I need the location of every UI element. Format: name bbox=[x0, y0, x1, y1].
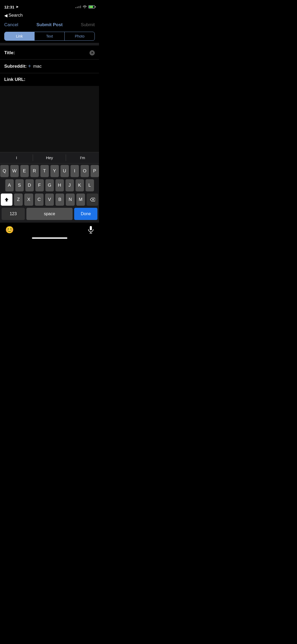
numbers-key[interactable]: 123 bbox=[2, 208, 25, 220]
delete-key[interactable] bbox=[87, 194, 98, 206]
title-row: Title: ✕ bbox=[0, 47, 99, 59]
wifi-icon bbox=[83, 5, 87, 8]
time-display: 12:31 bbox=[4, 5, 14, 9]
dark-spacer bbox=[0, 43, 99, 45]
key-r[interactable]: R bbox=[30, 165, 39, 177]
plus-icon: + bbox=[28, 63, 31, 69]
autocomplete-bar: I Hey I'm bbox=[0, 152, 99, 163]
svg-rect-2 bbox=[90, 226, 92, 230]
battery-icon: ⚡ bbox=[88, 5, 95, 8]
keyboard: Q W E R T Y U I O P A S D F G H J K L Z … bbox=[0, 163, 99, 223]
subreddit-value: mac bbox=[33, 64, 42, 69]
key-h[interactable]: H bbox=[55, 179, 64, 191]
clear-icon: ✕ bbox=[91, 51, 93, 55]
bottom-bar: 😊 bbox=[0, 223, 99, 236]
key-o[interactable]: O bbox=[81, 165, 89, 177]
delete-icon bbox=[90, 197, 95, 202]
segment-link[interactable]: Link bbox=[4, 32, 34, 40]
key-c[interactable]: C bbox=[35, 194, 44, 206]
nav-bar: Cancel Submit Post Submit bbox=[0, 20, 99, 31]
key-m[interactable]: M bbox=[76, 194, 85, 206]
key-f[interactable]: F bbox=[35, 179, 44, 191]
status-bar: 12:31 ➤ ⚡ bbox=[0, 0, 99, 12]
key-x[interactable]: X bbox=[24, 194, 33, 206]
page-title: Submit Post bbox=[36, 22, 63, 27]
segment-photo[interactable]: Photo bbox=[65, 32, 95, 40]
key-b[interactable]: B bbox=[55, 194, 64, 206]
space-key[interactable]: space bbox=[26, 208, 73, 220]
key-v[interactable]: V bbox=[45, 194, 54, 206]
link-url-input[interactable] bbox=[28, 77, 95, 82]
segment-text[interactable]: Text bbox=[35, 32, 64, 40]
key-k[interactable]: K bbox=[76, 179, 84, 191]
key-a[interactable]: A bbox=[5, 179, 14, 191]
cancel-button[interactable]: Cancel bbox=[4, 22, 18, 27]
back-arrow-icon: ◀ bbox=[4, 13, 7, 18]
autocomplete-item-0[interactable]: I bbox=[0, 152, 33, 163]
submit-button[interactable]: Submit bbox=[81, 22, 95, 27]
subreddit-label: Subreddit: bbox=[4, 64, 28, 69]
key-l[interactable]: L bbox=[86, 179, 94, 191]
signal-icon bbox=[75, 6, 81, 8]
autocomplete-item-2[interactable]: I'm bbox=[66, 152, 99, 163]
key-j[interactable]: J bbox=[65, 179, 74, 191]
key-g[interactable]: G bbox=[45, 179, 54, 191]
key-p[interactable]: P bbox=[91, 165, 99, 177]
microphone-button[interactable] bbox=[88, 226, 94, 234]
key-y[interactable]: Y bbox=[50, 165, 59, 177]
shift-key[interactable] bbox=[1, 194, 12, 206]
title-input[interactable] bbox=[28, 50, 89, 56]
key-d[interactable]: D bbox=[25, 179, 34, 191]
key-e[interactable]: E bbox=[20, 165, 29, 177]
key-z[interactable]: Z bbox=[14, 194, 23, 206]
keyboard-bottom-row: 123 space Done bbox=[1, 208, 98, 220]
shift-icon bbox=[4, 197, 9, 202]
key-t[interactable]: T bbox=[40, 165, 49, 177]
key-w[interactable]: W bbox=[10, 165, 19, 177]
key-n[interactable]: N bbox=[66, 194, 74, 206]
empty-content-area bbox=[0, 86, 99, 152]
form-section: Title: ✕ Subreddit: + mac Link URL: bbox=[0, 47, 99, 86]
done-key[interactable]: Done bbox=[74, 208, 97, 220]
keyboard-row-2: A S D F G H J K L bbox=[1, 179, 98, 191]
status-left: 12:31 ➤ bbox=[4, 5, 18, 9]
location-icon: ➤ bbox=[16, 5, 18, 9]
title-label: Title: bbox=[4, 50, 28, 56]
subreddit-row[interactable]: Subreddit: + mac bbox=[0, 59, 99, 73]
link-url-label: Link URL: bbox=[4, 77, 28, 82]
key-s[interactable]: S bbox=[15, 179, 24, 191]
key-q[interactable]: Q bbox=[0, 165, 9, 177]
key-u[interactable]: U bbox=[60, 165, 69, 177]
link-url-row: Link URL: bbox=[0, 73, 99, 86]
segment-control: Link Text Photo bbox=[4, 32, 95, 41]
emoji-button[interactable]: 😊 bbox=[5, 226, 14, 234]
home-bar bbox=[32, 237, 67, 239]
home-indicator-area bbox=[0, 236, 99, 241]
title-clear-button[interactable]: ✕ bbox=[89, 50, 95, 56]
keyboard-row-1: Q W E R T Y U I O P bbox=[1, 165, 98, 177]
autocomplete-item-1[interactable]: Hey bbox=[33, 152, 66, 163]
key-i[interactable]: I bbox=[70, 165, 79, 177]
back-navigation[interactable]: ◀ Search bbox=[0, 12, 99, 20]
back-label: Search bbox=[8, 13, 23, 18]
keyboard-row-3: Z X C V B N M bbox=[1, 194, 98, 206]
status-right: ⚡ bbox=[75, 5, 95, 8]
